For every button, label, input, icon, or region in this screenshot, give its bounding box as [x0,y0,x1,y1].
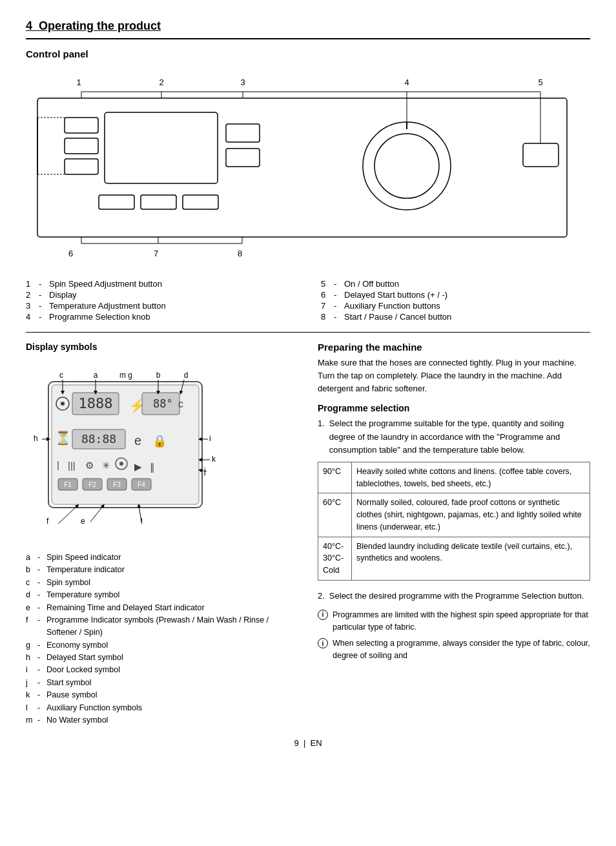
control-panel-legend: 1 - Spin Speed Adjustment button 5 - On … [26,279,590,322]
section-title: 4 Operating the product [26,19,590,33]
display-symbols-title: Display symbols [26,342,298,352]
sym-item-e: e - Remaining Time and Delayed Start ind… [26,602,298,614]
legend-item-5: 5 - On / Off button [321,279,590,289]
temp-cell: 40°C- 30°C- Cold [318,537,352,580]
svg-rect-4 [105,112,218,183]
svg-text:4: 4 [404,77,409,87]
control-panel-svg: 1 2 3 4 5 6 7 8 [26,66,588,266]
svg-text:F1: F1 [64,481,72,488]
legend-item-4: 4 - Programme Selection knob [26,312,295,322]
svg-text:F3: F3 [113,481,121,488]
svg-text:6: 6 [68,249,73,258]
svg-text:🔒: 🔒 [152,434,167,448]
svg-rect-9 [183,195,218,209]
svg-point-10 [363,122,451,210]
svg-text:2: 2 [159,77,163,87]
control-panel-diagram: 1 2 3 4 5 6 7 8 [26,66,590,273]
svg-point-40 [61,402,65,406]
legend-item-2: 2 - Display [26,290,295,300]
svg-text:h: h [34,434,38,443]
svg-point-55 [119,462,123,466]
info-row-1: i Programmes are limited with the highes… [318,609,590,634]
svg-rect-7 [99,195,134,209]
svg-text:F2: F2 [88,481,96,488]
svg-text:a: a [94,371,98,380]
svg-text:⚙: ⚙ [85,460,94,471]
sym-item-l: l - Auxiliary Function symbols [26,702,298,714]
programme-step1: 1. Select the programme suitable for the… [318,417,590,456]
preparing-title: Preparing the machine [318,342,590,353]
section-header: 4 Operating the product Control panel [26,19,590,59]
table-row: 90°C Heavily soiled white cottons and li… [318,462,590,493]
desc-cell: Blended laundry including delicate texti… [352,537,590,580]
sym-item-k: k - Pause symbol [26,689,298,701]
temp-cell: 90°C [318,462,352,493]
svg-text:c: c [59,371,63,380]
table-row: 40°C- 30°C- Cold Blended laundry includi… [318,537,590,580]
svg-rect-5 [226,124,260,142]
svg-text:⏳: ⏳ [55,430,71,446]
svg-rect-2 [65,138,98,154]
info-icon-2: i [318,638,328,648]
display-svg: 1888 ⚡ 88° c ⏳ 88:88 e 🔒 [26,357,232,548]
info-icon-1: i [318,610,328,620]
svg-rect-6 [226,149,260,167]
sym-item-g: g - Economy symbol [26,639,298,652]
svg-rect-8 [141,195,176,209]
subsection-title: Control panel [26,48,590,59]
svg-text:e: e [134,433,141,448]
right-column: Preparing the machine Make sure that the… [318,342,590,727]
svg-text:e: e [81,517,85,526]
programme-selection-title: Programme selection [318,403,590,413]
svg-line-84 [58,506,77,524]
header-divider [26,38,590,39]
sym-item-a: a - Spin Speed indicator [26,552,298,564]
temp-cell: 60°C [318,493,352,537]
page-footer: 9 | EN [26,738,590,748]
sym-item-d: d - Temperature symbol [26,589,298,601]
legend-item-1: 1 - Spin Speed Adjustment button [26,279,295,289]
svg-point-11 [375,134,439,198]
svg-text:88°: 88° [153,397,173,410]
svg-text:c: c [178,398,183,409]
preparing-body: Make sure that the hoses are connected t… [318,356,590,395]
sym-item-b: b - Temperature indicator [26,564,298,576]
table-row: 60°C Normally soiled, coloured, fade pro… [318,493,590,537]
sym-item-h: h - Delayed Start symbol [26,652,298,664]
legend-item-8: 8 - Start / Pause / Cancel button [321,312,590,322]
svg-text:5: 5 [538,77,542,87]
sym-item-m: m - No Water symbol [26,714,298,727]
sym-item-i: i - Door Locked symbol [26,664,298,676]
svg-text:1888: 1888 [79,395,113,411]
desc-cell: Heavily soiled white cottons and linens.… [352,462,590,493]
legend-item-3: 3 - Temperature Adjustment button [26,301,295,311]
svg-text:‖: ‖ [150,461,155,473]
symbol-legend: a - Spin Speed indicator b - Temperature… [26,552,298,727]
svg-rect-3 [65,159,98,174]
programme-step2: 2. Select the desired programme with the… [318,590,590,603]
svg-text:✳: ✳ [102,460,110,471]
svg-text:7: 7 [154,249,158,258]
svg-text:|: | [57,459,59,470]
sym-item-f: f - Programme Indicator symbols (Prewash… [26,614,298,639]
svg-text:|||: ||| [68,460,76,471]
svg-text:f: f [46,517,49,526]
svg-text:3: 3 [240,77,245,87]
svg-text:d: d [184,371,189,380]
svg-text:88:88: 88:88 [81,432,116,446]
svg-text:k: k [212,455,216,464]
sym-item-c: c - Spin symbol [26,577,298,589]
legend-item-6: 6 - Delayed Start buttons (+ / -) [321,290,590,300]
svg-text:b: b [156,371,161,380]
display-diagram: 1888 ⚡ 88° c ⏳ 88:88 e 🔒 [26,357,232,548]
desc-cell: Normally soiled, coloured, fade proof co… [352,493,590,537]
section-divider [26,332,590,333]
display-symbols-section: Display symbols 1888 ⚡ 88° [26,342,298,727]
temperature-table: 90°C Heavily soiled white cottons and li… [318,462,590,581]
svg-text:8: 8 [238,249,242,258]
sym-item-j: j - Start symbol [26,677,298,689]
svg-text:i: i [209,434,211,443]
svg-rect-1 [65,118,98,133]
legend-item-7: 7 - Auxiliary Function buttons [321,301,590,311]
svg-text:m g: m g [119,371,132,380]
